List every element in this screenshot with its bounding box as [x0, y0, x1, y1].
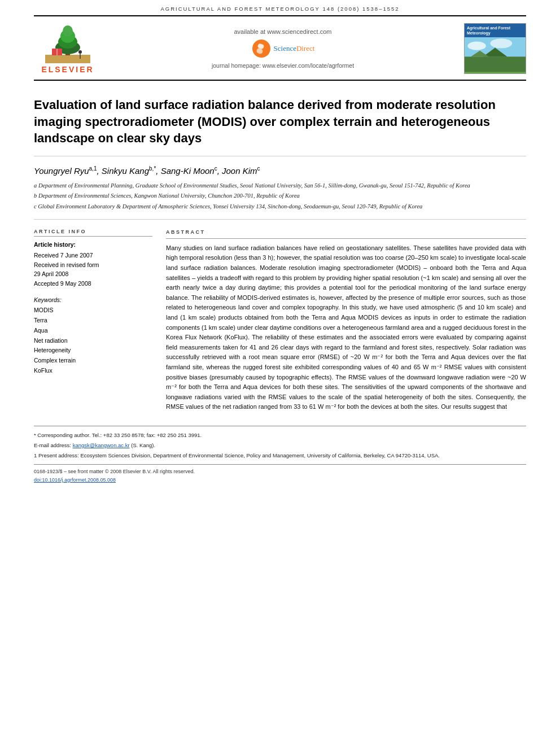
author-moon: Sang-Ki Moon	[161, 166, 215, 176]
author-ryu-sup: a,1	[89, 165, 97, 172]
svg-rect-0	[45, 55, 90, 63]
authors-section: Youngryel Ryua,1, Sinkyu Kangb,*, Sang-K…	[34, 156, 526, 219]
svg-point-11	[467, 42, 485, 50]
keyword-terra: Terra	[34, 316, 152, 326]
svg-marker-13	[465, 57, 526, 72]
sd-direct-text: Direct	[296, 44, 314, 53]
email-label: E-mail address:	[34, 442, 71, 448]
abstract-section-label: Abstract	[166, 229, 526, 239]
affiliation-c: c Global Environment Laboratory & Depart…	[34, 202, 526, 211]
center-banner: available at www.sciencedirect.com Scien…	[102, 28, 464, 69]
svg-point-5	[63, 25, 73, 37]
homepage-text: journal homepage: www.elsevier.com/locat…	[113, 62, 453, 69]
accepted-date: Accepted 9 May 2008	[34, 279, 152, 289]
svg-point-12	[490, 38, 512, 48]
keywords-label: Keywords:	[34, 296, 152, 303]
authors-line: Youngryel Ryua,1, Sinkyu Kangb,*, Sang-K…	[34, 165, 526, 176]
cover-landscape-icon	[465, 37, 526, 73]
article-history-text: Received 7 June 2007 Received in revised…	[34, 251, 152, 289]
svg-point-6	[78, 50, 82, 54]
sciencedirect-icon	[251, 38, 272, 59]
cover-title: Agricultural and Forest Meteorology	[465, 24, 526, 37]
article-info-section-label: Article Info	[34, 229, 152, 237]
author-ryu: Youngryel Ryu	[34, 166, 89, 176]
keyword-modis: MODIS	[34, 305, 152, 316]
author-kim: Joon Kim	[222, 166, 257, 176]
footer-divider	[34, 464, 526, 465]
keywords-section: Keywords: MODIS Terra Aqua Net radiation…	[34, 296, 152, 376]
keyword-koflux: KoFlux	[34, 366, 152, 376]
elsevier-tree-icon	[45, 24, 90, 63]
right-column: Abstract Many studies on land surface ra…	[166, 229, 526, 412]
affiliation-a: a Department of Environmental Planning, …	[34, 181, 526, 190]
issn-text: 0168-1923/$ – see front matter © 2008 El…	[34, 469, 195, 474]
keyword-aqua: Aqua	[34, 326, 152, 336]
received-date: Received 7 June 2007	[34, 251, 152, 260]
revised-date: Received in revised form29 April 2008	[34, 260, 152, 279]
sciencedirect-logo: ScienceDirect	[113, 38, 453, 59]
author-kang: Sinkyu Kang	[102, 166, 149, 176]
affiliation-b: b Department of Environmental Sciences, …	[34, 191, 526, 200]
email-link[interactable]: kangsk@kangwon.ac.kr	[73, 442, 130, 448]
email-suffix: (S. Kang).	[131, 442, 155, 448]
footer-copyright: 0168-1923/$ – see front matter © 2008 El…	[34, 468, 526, 484]
author-kim-sup: c	[257, 165, 260, 172]
doi-link[interactable]: doi:10.1016/j.agrformet.2008.05.008	[34, 477, 116, 483]
two-column-layout: Article Info Article history: Received 7…	[34, 219, 526, 412]
footnote-1: 1 Present address: Ecosystem Sciences Di…	[34, 451, 526, 460]
affiliations: a Department of Environmental Planning, …	[34, 181, 526, 211]
journal-cover: Agricultural and Forest Meteorology	[464, 23, 526, 74]
keyword-heterogeneity: Heterogeneity	[34, 346, 152, 356]
keyword-net-radiation: Net radiation	[34, 336, 152, 346]
article-title: Evaluation of land surface radiation bal…	[34, 97, 526, 147]
elsevier-brand-text: ELSEVIER	[41, 65, 94, 74]
email-note: E-mail address: kangsk@kangwon.ac.kr (S.…	[34, 441, 526, 449]
author-kang-sup: b,*	[149, 165, 156, 172]
footer-section: * Corresponding author. Tel.: +82 33 250…	[34, 426, 526, 484]
left-column: Article Info Article history: Received 7…	[34, 229, 152, 412]
elsevier-logo: ELSEVIER	[34, 24, 102, 74]
keyword-complex-terrain: Complex terrain	[34, 356, 152, 366]
available-text: available at www.sciencedirect.com	[113, 28, 453, 35]
author-moon-sup: c	[215, 165, 217, 172]
sd-science-text: Science	[274, 44, 296, 53]
journal-header: Agricultural and Forest Meteorology 148 …	[34, 0, 526, 15]
cover-image	[465, 37, 526, 73]
banner-area: ELSEVIER available at www.sciencedirect.…	[34, 16, 526, 81]
abstract-text: Many studies on land surface radiation b…	[166, 243, 526, 412]
article-title-section: Evaluation of land surface radiation bal…	[34, 81, 526, 156]
article-history-label: Article history:	[34, 241, 152, 248]
corresponding-author-note: * Corresponding author. Tel.: +82 33 250…	[34, 431, 526, 439]
